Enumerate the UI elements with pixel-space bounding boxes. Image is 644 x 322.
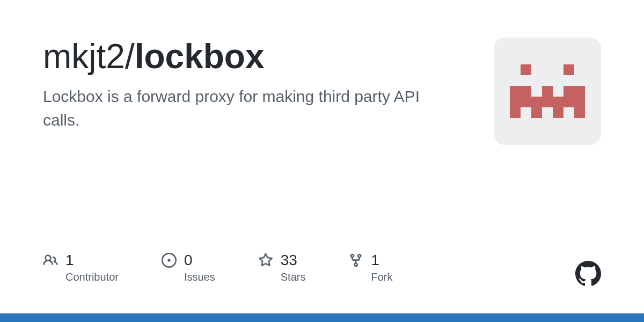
title-block: mkjt2/lockbox Lockbox is a forward proxy… xyxy=(43,38,494,131)
stat-top: 33 xyxy=(258,252,306,269)
repo-title: mkjt2/lockbox xyxy=(43,38,472,75)
stat-contributors[interactable]: 1 Contributor xyxy=(43,252,119,283)
issues-label: Issues xyxy=(184,271,215,283)
fork-icon xyxy=(348,253,363,268)
stats-row: 1 Contributor 0 Issues 33 Stars xyxy=(43,252,601,283)
title-separator: / xyxy=(125,37,135,76)
avatar-pixel-icon xyxy=(510,64,585,118)
forks-value: 1 xyxy=(371,252,379,269)
forks-label: Fork xyxy=(371,271,392,283)
stat-top: 0 xyxy=(162,252,215,269)
stat-forks[interactable]: 1 Fork xyxy=(348,252,392,283)
stat-stars[interactable]: 33 Stars xyxy=(258,252,306,283)
repo-owner[interactable]: mkjt2 xyxy=(43,37,125,76)
repo-card: mkjt2/lockbox Lockbox is a forward proxy… xyxy=(0,0,644,322)
stat-issues[interactable]: 0 Issues xyxy=(162,252,215,283)
accent-bar xyxy=(0,313,644,322)
issue-icon xyxy=(162,253,177,268)
contributors-value: 1 xyxy=(65,252,74,269)
contributors-label: Contributor xyxy=(65,271,119,283)
people-icon xyxy=(43,253,58,268)
avatar[interactable] xyxy=(494,38,601,145)
issues-value: 0 xyxy=(184,252,193,269)
github-logo-icon[interactable] xyxy=(575,261,601,289)
repo-description: Lockbox is a forward proxy for making th… xyxy=(43,85,451,131)
stat-top: 1 xyxy=(348,252,392,269)
repo-name[interactable]: lockbox xyxy=(135,37,265,76)
stars-label: Stars xyxy=(281,271,306,283)
stars-value: 33 xyxy=(281,252,297,269)
header-row: mkjt2/lockbox Lockbox is a forward proxy… xyxy=(43,38,601,145)
stat-top: 1 xyxy=(43,252,119,269)
star-icon xyxy=(258,253,273,268)
